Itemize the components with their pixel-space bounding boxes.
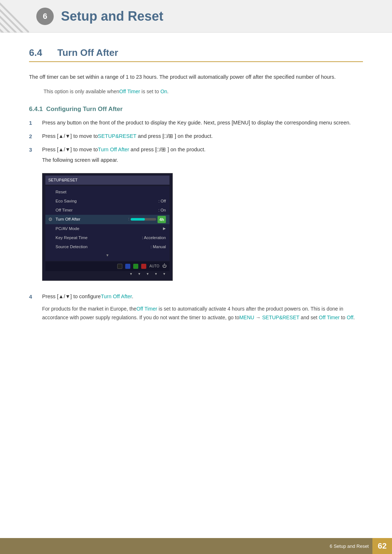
section-title: Turn Off After [57,47,118,58]
gear-icon-osd: ⚙ [48,216,53,223]
step-1: 1 Press any button on the front of the p… [29,119,363,128]
footer-text: 6 Setup and Reset [330,543,369,549]
osd-btn-green [133,264,138,269]
step-2: 2 Press [▲/▼] to move toSETUP&RESET and … [29,132,363,141]
step-4: 4 Press [▲/▼] to configureTurn Off After… [29,292,363,322]
osd-power-icon: ⏻ [162,263,167,270]
step-4-note: For products for the market in Europe, t… [42,305,363,322]
page-title: Setup and Reset [61,9,163,24]
step-2-text: Press [▲/▼] to move toSETUP&RESET and pr… [42,132,363,141]
osd-title-bar: SETUP&RESET [45,176,170,184]
step-4-text: Press [▲/▼] to configureTurn Off After. [42,292,133,301]
osd-row-eco-saving: Eco Saving : Off [45,197,170,206]
osd-row-off-timer: Off Timer : On [45,206,170,215]
page-header: 6 Setup and Reset [0,0,392,33]
osd-btn-black [117,264,122,269]
step-3-text: Press [▲/▼] to move toTurn Off After and… [42,145,205,154]
step-3: 3 Press [▲/▼] to move toTurn Off After a… [29,145,363,288]
section-number: 6.4 [29,47,51,58]
osd-row-source-detection: Source Detection : Manual [45,242,170,251]
osd-btn-blue [125,264,130,269]
osd-down-arrows: ▼ ▼ ▼ ▼ ▼ [45,271,170,277]
body-paragraph: The off timer can be set within a range … [29,73,363,82]
osd-menu: Reset Eco Saving : Off Off Timer : On [45,186,170,261]
main-content: 6.4 Turn Off After The off timer can be … [0,33,392,358]
osd-row-reset: Reset [45,188,170,197]
osd-row-pcav-mode: PC/AV Mode ▶ [45,224,170,233]
chapter-icon: 6 [36,8,54,25]
osd-row-turn-off-after: ⚙ Turn Off After : 4h [45,215,170,224]
osd-auto-text: AUTO [149,263,159,270]
footer-page-number: 62 [372,538,392,554]
page-footer: 6 Setup and Reset 62 [0,538,392,554]
note-text: This option is only available whenOff Ti… [44,87,363,95]
osd-row-key-repeat: Key Repeat Time : Acceleration [45,233,170,242]
steps-list: 1 Press any button on the front of the p… [29,119,363,322]
step-3-sub: The following screen will appear. [42,156,118,165]
step-1-text: Press any button on the front of the pro… [42,119,363,127]
subsection-heading: 6.4.1 Configuring Turn Off After [29,106,363,113]
osd-btn-red [141,264,146,269]
osd-screenshot: SETUP&RESET Reset Eco Saving : Off [42,173,173,280]
osd-row-down: ▼ [45,251,170,260]
section-heading: 6.4 Turn Off After [29,47,363,62]
osd-bottom-bar: AUTO ⏻ [45,262,170,271]
